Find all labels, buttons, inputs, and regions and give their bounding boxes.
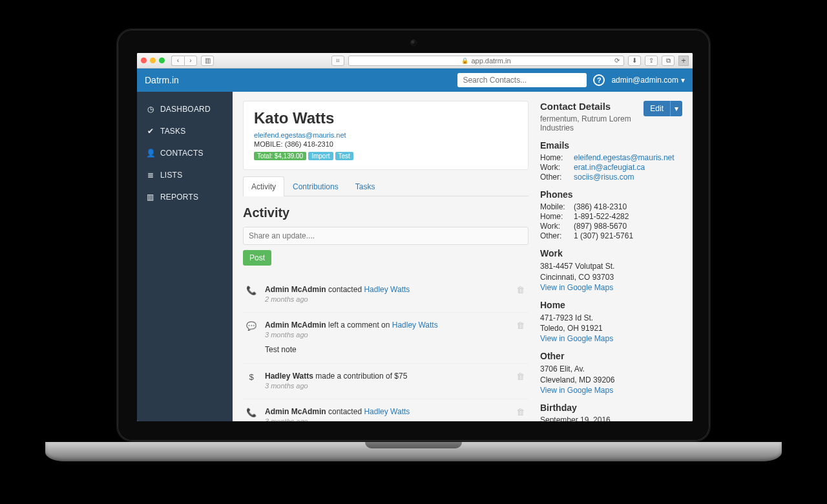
badge-total: Total: $4,139.00	[254, 152, 306, 160]
emails-heading: Emails	[540, 140, 682, 151]
share-update-input[interactable]	[243, 227, 529, 245]
close-window-icon[interactable]	[141, 58, 147, 63]
reader-icon[interactable]: ⌗	[331, 56, 344, 66]
phone-work: (897) 988-5670	[574, 222, 682, 231]
home-address: 471-7923 Id St. Toledo, OH 91921	[540, 313, 682, 335]
feed-item: 📞 Admin McAdmin contacted Hadley Watts 3…	[243, 399, 529, 421]
user-email: admin@admin.com	[611, 76, 678, 85]
window-controls[interactable]	[141, 58, 165, 63]
contact-name: Kato Watts	[254, 109, 518, 127]
feed-time: 3 months ago	[265, 417, 526, 421]
main-content: Kato Watts eleifend.egestas@mauris.net M…	[233, 92, 693, 421]
reload-icon[interactable]: ⟳	[614, 57, 620, 64]
laptop-hinge	[45, 442, 782, 461]
other-address: 3706 Elit, Av. Cleveland, MD 39206	[540, 364, 682, 386]
sidebar-toggle-icon[interactable]: ▥	[201, 56, 214, 66]
search-input[interactable]	[457, 73, 587, 87]
lock-icon: 🔒	[461, 58, 468, 64]
url-bar[interactable]: 🔒 app.datrm.in ⟳	[348, 56, 624, 66]
chart-bar-icon: ▥	[146, 193, 155, 202]
phone-mobile: (386) 418-2310	[574, 202, 682, 211]
laptop-mock: ‹ › ▥ ⌗ 🔒 app.datrm.in ⟳ ⬇ ⇪ ⧉ + Datrm.i…	[116, 28, 711, 476]
help-icon[interactable]: ?	[593, 74, 605, 86]
device-shadow	[52, 460, 775, 476]
browser-chrome: ‹ › ▥ ⌗ 🔒 app.datrm.in ⟳ ⬇ ⇪ ⧉ +	[137, 53, 693, 68]
details-org: fermentum, Rutrum Lorem Industries	[540, 114, 644, 132]
url-host: app.datrm.in	[471, 57, 510, 65]
user-icon: 👤	[146, 149, 155, 158]
sidebar-item-dashboard[interactable]: ◷ DASHBOARD	[137, 98, 233, 120]
email-home-link[interactable]: eleifend.egestas@mauris.net	[574, 153, 682, 162]
app-topbar: Datrm.in ? admin@admin.com ▾	[137, 68, 693, 92]
work-address: 381-4457 Volutpat St. Cincinnati, CO 937…	[540, 261, 682, 283]
trash-icon[interactable]: 🗑	[516, 372, 525, 381]
sidebar-item-label: REPORTS	[160, 193, 198, 202]
sidebar-item-label: DASHBOARD	[160, 105, 211, 114]
contact-mobile: MOBILE: (386) 418-2310	[254, 140, 518, 148]
sidebar-item-reports[interactable]: ▥ REPORTS	[137, 186, 233, 208]
contact-badges: Total: $4,139.00 Import Test	[254, 152, 518, 160]
contact-header-card: Kato Watts eleifend.egestas@mauris.net M…	[243, 101, 529, 170]
feed-time: 3 months ago	[265, 382, 526, 390]
fullscreen-window-icon[interactable]	[159, 58, 165, 63]
feed-target-link[interactable]: Hadley Watts	[392, 320, 438, 330]
trash-icon[interactable]: 🗑	[516, 320, 525, 330]
trash-icon[interactable]: 🗑	[516, 407, 525, 417]
sidebar-item-lists[interactable]: ≣ LISTS	[137, 164, 233, 186]
screen-bezel: ‹ › ▥ ⌗ 🔒 app.datrm.in ⟳ ⬇ ⇪ ⧉ + Datrm.i…	[116, 28, 711, 442]
other-maps-link[interactable]: View in Google Maps	[540, 386, 682, 395]
minimize-window-icon[interactable]	[150, 58, 156, 63]
edit-dropdown-caret[interactable]: ▾	[670, 101, 682, 116]
details-heading: Contact Details	[540, 101, 644, 112]
feed-item: 📞 Admin McAdmin contacted Hadley Watts 2…	[243, 277, 529, 312]
sidebar-item-contacts[interactable]: 👤 CONTACTS	[137, 142, 233, 164]
share-icon[interactable]: ⇪	[645, 56, 658, 66]
badge-import: Import	[308, 152, 333, 160]
feed-time: 3 months ago	[265, 331, 526, 339]
list-icon: ≣	[146, 171, 155, 180]
trash-icon[interactable]: 🗑	[516, 285, 525, 295]
feed-time: 2 months ago	[265, 295, 526, 303]
check-circle-icon: ✔	[146, 127, 155, 136]
phones-heading: Phones	[540, 189, 682, 200]
sidebar-item-tasks[interactable]: ✔ TASKS	[137, 120, 233, 142]
new-tab-button[interactable]: +	[678, 56, 689, 66]
tab-tasks[interactable]: Tasks	[347, 176, 384, 196]
home-heading: Home	[540, 300, 682, 310]
feed-target-link[interactable]: Hadley Watts	[364, 407, 410, 416]
camera-dot	[410, 39, 417, 46]
phone-icon: 📞	[246, 285, 257, 303]
comment-icon: 💬	[246, 320, 257, 354]
nav-back-forward[interactable]: ‹ ›	[171, 56, 197, 66]
user-menu[interactable]: admin@admin.com ▾	[611, 76, 685, 85]
tab-contributions[interactable]: Contributions	[284, 176, 347, 196]
feed-item: $ Hadley Watts made a contribution of $7…	[243, 363, 529, 399]
activity-feed: 📞 Admin McAdmin contacted Hadley Watts 2…	[243, 277, 529, 421]
forward-button[interactable]: ›	[184, 56, 197, 66]
sidebar-item-label: TASKS	[160, 127, 185, 136]
activity-heading: Activity	[243, 205, 529, 220]
contact-email-link[interactable]: eleifend.egestas@mauris.net	[254, 131, 518, 139]
tabs-icon[interactable]: ⧉	[662, 56, 675, 66]
home-maps-link[interactable]: View in Google Maps	[540, 334, 682, 343]
email-work-link[interactable]: erat.in@acfeugiat.ca	[574, 163, 682, 172]
tab-activity[interactable]: Activity	[243, 176, 284, 196]
feed-target-link[interactable]: Hadley Watts	[364, 285, 410, 294]
gauge-icon: ◷	[146, 105, 155, 114]
phone-icon: 📞	[246, 407, 257, 421]
brand[interactable]: Datrm.in	[145, 75, 179, 85]
feed-note: Test note	[265, 345, 526, 354]
edit-button[interactable]: Edit	[644, 101, 670, 116]
back-button[interactable]: ‹	[171, 56, 184, 66]
other-heading: Other	[540, 351, 682, 361]
email-other-link[interactable]: sociis@risus.com	[574, 173, 682, 182]
phone-other: 1 (307) 921-5761	[574, 231, 682, 240]
contact-details-panel: Contact Details fermentum, Rutrum Lorem …	[540, 101, 682, 411]
post-button[interactable]: Post	[243, 250, 271, 266]
edit-button-group[interactable]: Edit ▾	[644, 101, 682, 116]
contact-tabs: Activity Contributions Tasks	[243, 176, 529, 196]
work-maps-link[interactable]: View in Google Maps	[540, 283, 682, 292]
downloads-icon[interactable]: ⬇	[628, 56, 641, 66]
birthday-value: September 19, 2016	[540, 415, 682, 421]
sidebar-item-label: CONTACTS	[160, 149, 204, 158]
